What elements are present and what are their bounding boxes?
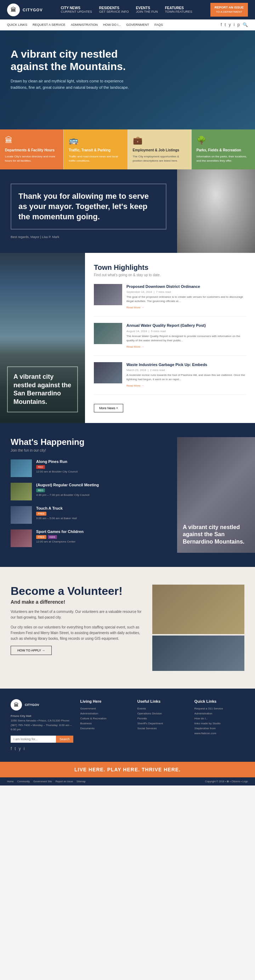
nav-administration[interactable]: Administration <box>71 22 98 28</box>
footer-logo-area: 🏛 CityGov <box>11 699 73 711</box>
footer-link-studio[interactable]: links made by Studio <box>194 722 244 725</box>
report-issue-button[interactable]: Report an Issue to a department <box>210 3 248 17</box>
footer-org-name: Frisco City Hall 1050 Sierra Nevada • Fr… <box>11 714 73 732</box>
footer-link-how-do-i[interactable]: How do I... <box>194 717 244 720</box>
footer-link-operations[interactable]: Operations Division <box>138 712 188 715</box>
footer-link-flaticon[interactable]: www.flaticon.com <box>194 732 244 735</box>
footer-link-social-services[interactable]: Social Services <box>138 727 188 730</box>
nav-government[interactable]: Government <box>127 22 149 28</box>
nav-residents-sub: Get Service Info <box>99 10 129 13</box>
footer-search-button[interactable]: Search <box>56 736 73 743</box>
instagram-icon[interactable]: i <box>234 22 235 27</box>
traffic-icon: 🚌 <box>69 136 122 145</box>
top-nav: City News Current Updates Residents Get … <box>61 6 192 13</box>
highlight-title-2[interactable]: Waste Industries Garbage Pick Up: Embeds <box>127 362 246 367</box>
highlight-title-0[interactable]: Proposed Downtown District Ordinance <box>127 284 246 289</box>
twitter-icon[interactable]: t <box>225 22 226 27</box>
nav-how-do-i[interactable]: How Do I... <box>103 22 121 28</box>
highlight-desc-1: The Annual Water Quality Report is desig… <box>127 334 246 343</box>
footer-link-administration[interactable]: Administration <box>80 712 130 715</box>
highlights-section: A vibrant city nestled against the San B… <box>0 253 255 423</box>
bottom-bar-text: Live here. Play here. Thrive here. <box>5 767 250 772</box>
event-title-3[interactable]: Sport Games for Children <box>36 530 167 534</box>
highlight-read-more-0[interactable]: Read More → <box>127 306 144 309</box>
footer-bottom-link-2[interactable]: Government Site <box>33 780 52 783</box>
event-tags-2: FREE <box>36 512 167 515</box>
city-overlay-text: A vibrant city nestled against the San B… <box>7 366 78 412</box>
mayor-text: Thank you for allowing me to serve as yo… <box>0 169 177 253</box>
footer-bottom-link-1[interactable]: Community <box>18 780 30 783</box>
highlights-subtitle: Find out what's going on & stay up to da… <box>94 273 246 277</box>
hero-section: A vibrant city nestled against the Mount… <box>0 30 255 129</box>
search-icon[interactable]: 🔍 <box>242 22 248 27</box>
volunteer-title: Become a Volunteer! <box>11 585 142 598</box>
footer-link-documents[interactable]: Documents <box>80 727 130 730</box>
top-header: 🏛 CityGov City News Current Updates Resi… <box>0 0 255 19</box>
footer-link-events[interactable]: Events <box>138 707 188 710</box>
icon-card-traffic[interactable]: 🚌 Traffic, Transit & Parking Traffic and… <box>64 129 127 169</box>
facebook-icon[interactable]: f <box>221 22 222 27</box>
highlight-read-more-2[interactable]: Read More → <box>127 384 144 387</box>
event-meta-3: 12:00 am at Champions Center <box>36 540 167 543</box>
happening-section: What's Happening Join the fun in our cit… <box>0 423 255 567</box>
footer-bottom-link-3[interactable]: Report an Issue <box>56 780 73 783</box>
footer-link-311[interactable]: Request a 311 Service <box>194 707 244 710</box>
nav-request-service[interactable]: Request a Service <box>32 22 66 28</box>
event-thumb-2 <box>11 506 32 524</box>
logo-text: CityGov <box>22 8 43 12</box>
highlight-title-1[interactable]: Annual Water Quality Report (Gallery Pos… <box>127 323 246 328</box>
nav-quick-links[interactable]: Quick Links <box>7 22 27 28</box>
more-news-button[interactable]: More News + <box>94 404 123 412</box>
happening-overlay-text: A vibrant city nestled against the San B… <box>183 524 249 546</box>
highlight-thumb-0 <box>94 284 122 305</box>
mayor-photo <box>177 169 255 253</box>
footer-link-admin2[interactable]: Administration <box>194 712 244 715</box>
nav-city-news[interactable]: City News Current Updates <box>61 6 92 13</box>
footer-facebook-icon[interactable]: f <box>11 746 12 751</box>
event-tag-3-0: FREE <box>36 535 47 539</box>
event-meta-2: 9:00 am – 5:00 am at Baker Hall <box>36 517 167 520</box>
icon-card-parks[interactable]: 🌳 Parks, Fields & Recreation Information… <box>192 129 255 169</box>
event-tags-3: FREE KIDS <box>36 535 167 539</box>
footer-instagram-icon[interactable]: i <box>24 746 25 751</box>
sec-nav-right: f t y i p 🔍 <box>221 22 248 27</box>
event-tags-0: RED <box>36 465 167 469</box>
footer-bottom-link-4[interactable]: Sitemap <box>77 780 86 783</box>
footer-link-government[interactable]: Government <box>80 707 130 710</box>
footer-youtube-icon[interactable]: y <box>19 746 21 751</box>
footer-link-stepbrother[interactable]: Stepbrother from <box>194 727 244 730</box>
bottom-bar: Live here. Play here. Thrive here. <box>0 762 255 777</box>
highlight-read-more-1[interactable]: Read More → <box>127 345 144 348</box>
highlight-info-1: Annual Water Quality Report (Gallery Pos… <box>127 323 246 349</box>
nav-features[interactable]: Features Town Features <box>165 6 192 13</box>
logo-area[interactable]: 🏛 CityGov <box>7 3 43 16</box>
event-thumb-0 <box>11 460 32 477</box>
volunteer-section: Become a Volunteer! And make a differenc… <box>0 567 255 689</box>
footer-bottom-link-0[interactable]: Home <box>7 780 14 783</box>
departments-icon: 🏛 <box>5 136 58 145</box>
nav-residents[interactable]: Residents Get Service Info <box>99 6 129 13</box>
pinterest-icon[interactable]: p <box>237 22 240 27</box>
footer-link-sheriff[interactable]: Sheriff's Department <box>138 722 188 725</box>
highlight-item-1: Annual Water Quality Report (Gallery Pos… <box>94 323 246 355</box>
event-title-0[interactable]: Along Pines Run <box>36 460 167 464</box>
volunteer-apply-button[interactable]: How to Apply → <box>11 646 52 655</box>
icon-card-departments[interactable]: 🏛 Departments & Facility Hours Locate Ci… <box>0 129 64 169</box>
event-title-1[interactable]: (August) Regular Council Meeting <box>36 483 167 487</box>
footer-col-2: Living Here Government Administration Cu… <box>80 699 130 751</box>
happening-subtitle: Join the fun in our city! <box>11 449 167 452</box>
footer-twitter-icon[interactable]: t <box>14 746 16 751</box>
footer-search-input[interactable] <box>11 736 56 743</box>
highlights-right: Town Highlights Find out what's going on… <box>85 253 255 423</box>
event-title-2[interactable]: Touch A Truck <box>36 506 167 510</box>
footer-link-culture[interactable]: Culture & Recreation <box>80 717 130 720</box>
footer-search: Search <box>11 736 73 743</box>
footer-link-permits[interactable]: Permits <box>138 717 188 720</box>
footer-link-business[interactable]: Business <box>80 722 130 725</box>
youtube-icon[interactable]: y <box>229 22 231 27</box>
footer-bottom: Home Community Government Site Report an… <box>0 777 255 786</box>
nav-events-title: Events <box>136 6 158 10</box>
icon-card-employment[interactable]: 💼 Employment & Job Listings The City emp… <box>128 129 192 169</box>
nav-events[interactable]: Events Join the Fun <box>136 6 158 13</box>
nav-faqs[interactable]: FAQs <box>154 22 163 28</box>
